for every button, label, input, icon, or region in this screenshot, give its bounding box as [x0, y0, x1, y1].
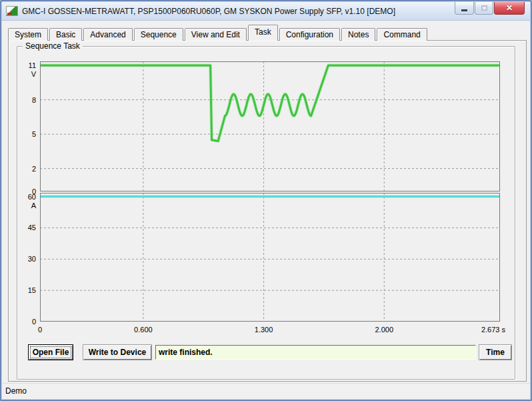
minimize-icon [461, 9, 467, 11]
y-axis-unit-label: V [31, 70, 36, 78]
y-axis-unit-label: A [31, 202, 36, 210]
logo-accent [7, 13, 12, 15]
x-axis-end-label: 2.673 s [481, 326, 505, 334]
app-logo-icon [6, 6, 18, 16]
title-bar: GMC-I GOSSEN-METRAWATT, PSP1500P060RU060… [2, 2, 530, 21]
tab-task[interactable]: Task [248, 25, 278, 41]
sequence-task-groupbox: Sequence Task 025811V 015304560A 00.6001… [17, 46, 515, 380]
tab-configuration[interactable]: Configuration [279, 28, 340, 41]
y-tick-label: 2 [32, 165, 36, 173]
x-tick-label: 1.300 [255, 326, 273, 334]
current-chart [40, 193, 500, 322]
voltage-chart [40, 61, 500, 191]
window-controls: ✕ [454, 2, 525, 15]
x-tick-label: 0.600 [134, 326, 153, 334]
y-tick-label: 60 [28, 193, 36, 201]
y-tick-label: 30 [28, 255, 36, 263]
tab-sequence[interactable]: Sequence [134, 28, 183, 41]
close-icon: ✕ [506, 4, 513, 12]
minimize-button[interactable] [455, 2, 474, 15]
close-button[interactable]: ✕ [494, 2, 525, 15]
time-button[interactable]: Time [479, 344, 512, 360]
y-tick-label: 45 [28, 224, 36, 232]
tab-bar: SystemBasicAdvancedSequenceView and Edit… [8, 23, 429, 41]
y-tick-label: 15 [28, 286, 36, 294]
status-bar-text: Demo [5, 386, 27, 396]
y-tick-label: 8 [32, 96, 36, 104]
y-tick-label: 5 [32, 130, 36, 138]
task-tab-page: Sequence Task 025811V 015304560A 00.6001… [8, 40, 527, 382]
status-message-field[interactable]: write finished. [155, 345, 476, 360]
groupbox-title: Sequence Task [23, 41, 83, 51]
open-file-button[interactable]: Open File [28, 344, 73, 360]
status-bar: Demo [2, 383, 530, 399]
time-axis: 00.6001.3002.0002.673 s [40, 326, 500, 335]
tab-notes[interactable]: Notes [341, 28, 375, 41]
maximize-icon [481, 5, 487, 11]
window-title: GMC-I GOSSEN-METRAWATT, PSP1500P060RU060… [22, 7, 395, 16]
tab-command[interactable]: Command [377, 28, 427, 41]
app-window: GMC-I GOSSEN-METRAWATT, PSP1500P060RU060… [0, 0, 532, 401]
voltage-y-axis: 025811V [17, 61, 37, 191]
maximize-button[interactable] [475, 2, 493, 15]
tab-system[interactable]: System [8, 28, 48, 41]
tab-basic[interactable]: Basic [49, 28, 82, 41]
write-to-device-button[interactable]: Write to Device [83, 344, 152, 360]
x-tick-label: 0 [38, 326, 42, 334]
y-tick-label: 11 [29, 61, 36, 69]
current-y-axis: 015304560A [17, 193, 37, 322]
y-tick-label: 0 [32, 318, 36, 326]
tab-advanced[interactable]: Advanced [83, 28, 132, 41]
tab-view-and-edit[interactable]: View and Edit [185, 28, 247, 41]
x-tick-label: 2.000 [375, 326, 394, 334]
